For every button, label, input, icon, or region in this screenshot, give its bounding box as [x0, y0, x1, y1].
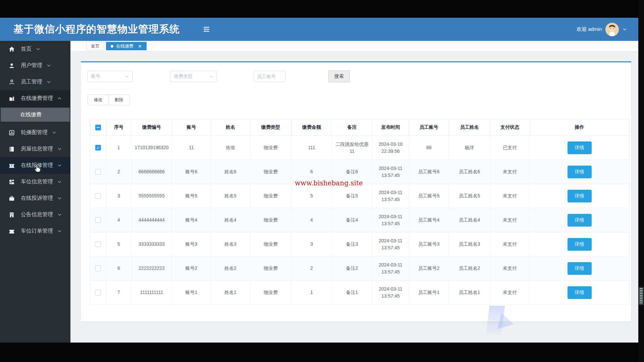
search-button[interactable]: 搜索	[328, 70, 350, 82]
header-cell-3: 姓名	[211, 119, 250, 136]
row-checkbox[interactable]	[95, 169, 101, 175]
cell-action: 详情	[530, 256, 630, 281]
cell-pay_status: 未支付	[490, 281, 530, 305]
sidebar-item-9[interactable]: 公告信息管理	[0, 206, 70, 223]
screen-edge-widget	[639, 287, 644, 305]
header-cell-10: 支付状态	[490, 119, 530, 136]
table-row: 53333333333账号3姓名3物业费3备注32024-03-11 13:57…	[90, 232, 630, 256]
sidebar-collapse-icon[interactable]	[202, 26, 211, 33]
chevron-down-icon	[52, 130, 56, 135]
content-card: 账号 缴费类型 搜索 修改 删除 序号缴费编号账号姓名缴费类型缴费金额备注发布时…	[81, 61, 631, 321]
cell-fee_type: 物业费	[250, 160, 291, 184]
cell-employee_account: 员工账号4	[409, 208, 449, 232]
sidebar-item-2[interactable]: 员工管理	[0, 74, 70, 90]
cell-fee_type: 物业费	[250, 136, 291, 160]
avatar[interactable]	[605, 23, 619, 36]
cell-seq: 5	[106, 232, 131, 256]
cell-account: 账号1	[172, 281, 211, 305]
chevron-down-icon	[57, 180, 62, 184]
cell-checkbox: ✓	[90, 136, 106, 160]
cell-remark: 备注5	[332, 184, 372, 208]
cell-fee_type: 物业费	[250, 256, 291, 281]
header-cell-9: 员工姓名	[449, 119, 490, 136]
cell-pay_status: 未支付	[490, 208, 530, 232]
edit-button[interactable]: 修改	[88, 95, 109, 105]
cell-fee_type: 物业费	[250, 232, 291, 256]
tab-home-label: 首页	[91, 43, 100, 49]
row-checkbox[interactable]: ✓	[95, 145, 101, 150]
sidebar-item-5[interactable]: 房屋信息管理	[0, 141, 70, 157]
tab-online-payment-label: 在线缴费	[116, 43, 133, 49]
cell-amount: 111	[291, 136, 332, 160]
sidebar-subitem-在线缴费[interactable]: 在线缴费	[1, 108, 70, 122]
sidebar-item-7[interactable]: 车位信息管理	[0, 174, 70, 190]
cell-seq: 1	[106, 136, 131, 160]
chevron-down-icon	[125, 75, 129, 78]
cell-pay_status: 未支付	[490, 256, 530, 281]
sidebar-item-8[interactable]: 在线投诉管理	[0, 190, 70, 206]
cell-name: 姓名5	[211, 184, 250, 208]
delete-button[interactable]: 删除	[108, 95, 129, 105]
sidebar-item-3[interactable]: 在线缴费管理	[0, 90, 70, 107]
fee-type-select[interactable]: 缴费类型	[170, 71, 217, 82]
detail-button[interactable]: 详情	[568, 190, 592, 202]
cell-payment_no: 1111111111	[131, 281, 172, 305]
user-menu-chevron-down-icon[interactable]	[623, 27, 627, 32]
chevron-down-icon	[210, 75, 213, 78]
detail-button[interactable]: 详情	[568, 141, 592, 154]
cell-employee_account: 员工账号1	[409, 281, 449, 305]
header-cell-6: 备注	[332, 119, 372, 136]
sidebar-item-label: 房屋信息管理	[21, 145, 53, 153]
sidebar-item-10[interactable]: 车位订单管理	[0, 223, 70, 239]
sidebar-item-1[interactable]: 用户管理	[0, 57, 70, 74]
chevron-down-icon	[57, 196, 62, 200]
row-checkbox[interactable]	[95, 265, 101, 271]
cell-checkbox	[90, 160, 106, 184]
employee-account-input[interactable]	[254, 71, 285, 82]
row-checkbox[interactable]	[95, 193, 101, 199]
chevron-down-icon	[57, 229, 62, 233]
sidebar-item-4[interactable]: 轮播图管理	[0, 124, 70, 141]
cell-remark: 备注1	[332, 281, 372, 305]
chevron-down-icon	[57, 163, 62, 168]
cell-amount: 1	[291, 281, 332, 305]
header-cell-11: 操作	[530, 119, 630, 136]
sidebar-item-6[interactable]: 在线报修管理	[0, 157, 70, 174]
cell-account: 账号5	[172, 184, 211, 208]
tab-home[interactable]: 首页	[86, 42, 104, 50]
cell-account: 账号2	[172, 256, 211, 281]
tab-close-icon[interactable]: ✕	[138, 44, 142, 49]
detail-button[interactable]: 详情	[568, 286, 592, 299]
detail-button[interactable]: 详情	[568, 262, 592, 275]
chevron-down-icon	[57, 213, 62, 217]
detail-button[interactable]: 详情	[568, 166, 592, 178]
cell-remark: 备注3	[332, 232, 372, 256]
row-checkbox[interactable]	[95, 217, 101, 223]
tab-online-payment[interactable]: 在线缴费 ✕	[106, 42, 147, 50]
cell-seq: 2	[106, 160, 131, 184]
cell-employee_account: 员工账号2	[409, 256, 449, 281]
account-select[interactable]: 账号	[87, 71, 132, 82]
row-checkbox[interactable]	[95, 241, 101, 247]
cell-publish_time: 2024-03-11 13:57:45	[372, 281, 409, 305]
cell-fee_type: 物业费	[250, 184, 291, 208]
sidebar-item-0[interactable]: 首页	[0, 41, 70, 57]
payment-icon	[8, 95, 15, 102]
table-row: ✓1171013919632011依依物业费111二段跳发给优惠112024-0…	[90, 136, 630, 160]
sidebar-item-label: 在线缴费管理	[21, 95, 53, 102]
cell-pay_status: 已支付	[490, 136, 530, 160]
detail-button[interactable]: 详情	[568, 238, 592, 251]
sidebar-item-label: 轮播图管理	[21, 129, 48, 136]
sidebar-item-label: 员工管理	[21, 78, 42, 85]
payments-table: 序号缴费编号账号姓名缴费类型缴费金额备注发布时间员工账号员工姓名支付状态操作✓1…	[90, 119, 630, 305]
table-header-row: 序号缴费编号账号姓名缴费类型缴费金额备注发布时间员工账号员工姓名支付状态操作	[90, 119, 630, 136]
table-row: 71111111111账号1姓名1物业费1备注12024-03-11 13:57…	[90, 281, 630, 305]
cell-checkbox	[90, 281, 106, 305]
select-all-checkbox[interactable]	[95, 125, 101, 130]
row-checkbox[interactable]	[95, 290, 101, 295]
sidebar-item-label: 车位订单管理	[21, 228, 53, 235]
repair-icon	[8, 162, 15, 169]
detail-button[interactable]: 详情	[568, 214, 592, 227]
chevron-up-icon	[57, 96, 62, 101]
cell-account: 账号4	[172, 208, 211, 232]
